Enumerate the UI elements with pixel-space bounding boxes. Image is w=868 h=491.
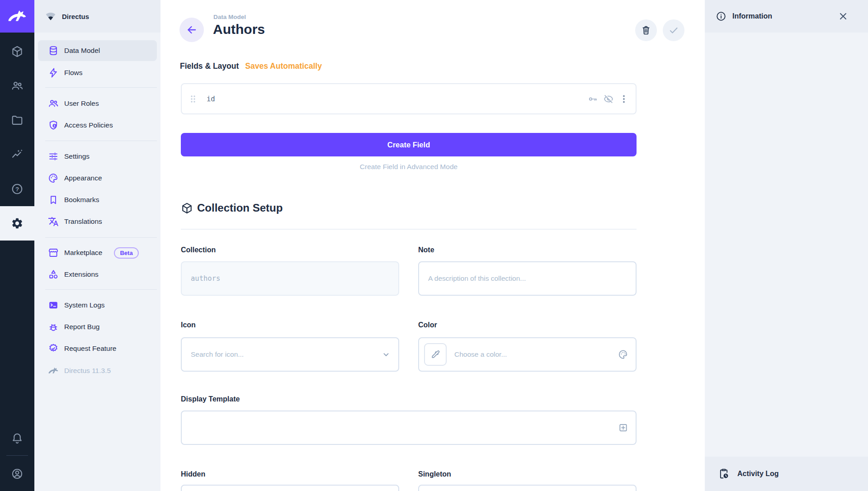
singleton-input[interactable]: [418, 485, 637, 491]
activity-log-icon: [718, 468, 730, 480]
shield-person-icon: [48, 120, 59, 131]
kebab-menu-icon[interactable]: [619, 94, 628, 104]
app-version-label: Directus 11.3.5: [64, 367, 111, 375]
sidebar-item-translations[interactable]: Translations: [38, 211, 157, 232]
info-panel-title: Information: [732, 12, 772, 20]
sidebar-item-flows[interactable]: Flows: [38, 62, 157, 83]
fields-layout-label: Fields & Layout: [180, 61, 239, 71]
sliders-icon: [48, 151, 59, 162]
profile-button[interactable]: [0, 456, 34, 491]
collection-label: Collection: [181, 246, 216, 254]
create-field-advanced-link[interactable]: Create Field in Advanced Mode: [181, 163, 637, 171]
check-icon: [668, 25, 679, 36]
collection-setup-heading: Collection Setup: [181, 202, 283, 214]
sidebar-item-version: Directus 11.3.5: [38, 360, 157, 381]
sidebar-item-access-policies[interactable]: Access Policies: [38, 115, 157, 136]
database-icon: [48, 45, 59, 56]
sidebar-item-system-logs[interactable]: System Logs: [38, 295, 157, 316]
sidebar-item-settings[interactable]: Settings: [38, 146, 157, 167]
palette-icon: [48, 173, 59, 184]
module-bar: ?: [0, 0, 34, 491]
note-label: Note: [418, 246, 434, 254]
drag-handle-icon[interactable]: [189, 94, 197, 104]
svg-text:?: ?: [15, 186, 19, 193]
sidebar-item-label: Translations: [64, 217, 102, 226]
color-swatch-button[interactable]: [424, 343, 447, 366]
sidebar-item-bookmarks[interactable]: Bookmarks: [38, 189, 157, 210]
feature-seal-icon: [48, 343, 59, 354]
color-input[interactable]: [418, 337, 637, 372]
eye-off-icon: [604, 94, 613, 104]
field-row-id[interactable]: id: [181, 83, 637, 114]
project-name: Directus: [62, 13, 89, 20]
sidebar: Directus Data Model Flows User Roles: [34, 0, 160, 491]
directus-app: ? Directus: [0, 0, 868, 491]
beta-badge: Beta: [114, 247, 138, 259]
module-files[interactable]: [0, 103, 34, 137]
hidden-label: Hidden: [181, 470, 205, 478]
module-content[interactable]: [0, 34, 34, 69]
breadcrumb[interactable]: Data Model: [213, 14, 246, 20]
storefront-icon: [48, 247, 59, 258]
sidebar-item-label: User Roles: [64, 99, 99, 108]
icon-search-input[interactable]: [181, 337, 399, 372]
delete-collection-button[interactable]: [635, 19, 657, 41]
folder-icon: [11, 114, 24, 127]
save-button[interactable]: [663, 19, 684, 41]
sidebar-item-data-model[interactable]: Data Model: [38, 40, 157, 61]
color-label: Color: [418, 321, 437, 329]
chevron-down-icon[interactable]: [381, 349, 391, 359]
collection-setup-title: Collection Setup: [197, 202, 283, 214]
module-settings[interactable]: [0, 206, 34, 241]
display-template-label: Display Template: [181, 395, 240, 403]
module-docs[interactable]: ?: [0, 172, 34, 206]
directus-logo-button[interactable]: [0, 0, 34, 33]
add-field-box-icon[interactable]: [618, 423, 628, 433]
sidebar-item-label: Data Model: [64, 47, 100, 55]
sidebar-item-report-bug[interactable]: Report Bug: [38, 316, 157, 337]
shapes-icon: [48, 269, 59, 280]
sidebar-item-marketplace[interactable]: Marketplace Beta: [38, 242, 157, 263]
close-icon[interactable]: [838, 11, 849, 22]
people-icon: [48, 98, 59, 109]
info-icon: [716, 11, 726, 22]
sidebar-item-request-feature[interactable]: Request Feature: [38, 338, 157, 359]
directus-rabbit-icon: [7, 6, 27, 26]
cube-icon: [11, 45, 24, 58]
fields-layout-heading: Fields & Layout Saves Automatically: [180, 61, 322, 71]
module-insights[interactable]: [0, 137, 34, 172]
notifications-button[interactable]: [0, 421, 34, 456]
sidebar-item-user-roles[interactable]: User Roles: [38, 93, 157, 114]
note-input[interactable]: [418, 261, 637, 296]
project-header[interactable]: Directus: [34, 0, 160, 33]
hidden-input[interactable]: [181, 485, 399, 491]
connection-wifi-icon: [45, 10, 57, 22]
terminal-icon: [48, 300, 59, 311]
sidebar-item-appearance[interactable]: Appearance: [38, 168, 157, 189]
page-title: Authors: [213, 22, 265, 37]
sidebar-item-label: Marketplace: [64, 249, 102, 257]
sidebar-item-label: Request Feature: [64, 345, 116, 353]
icon-label: Icon: [181, 321, 196, 329]
sidebar-divider: [45, 237, 157, 238]
trash-icon: [641, 25, 651, 36]
arrow-left-icon: [186, 24, 198, 36]
create-field-button[interactable]: Create Field: [181, 133, 637, 156]
insights-icon: [11, 148, 24, 161]
sidebar-item-label: Bookmarks: [64, 196, 99, 204]
help-icon: ?: [11, 183, 24, 195]
back-button[interactable]: [179, 18, 204, 42]
sidebar-item-label: Flows: [64, 69, 82, 77]
palette-icon[interactable]: [618, 349, 628, 360]
gear-icon: [11, 217, 24, 230]
bug-icon: [48, 321, 59, 332]
display-template-input[interactable]: [181, 411, 637, 445]
cube-icon: [181, 202, 193, 214]
autosave-note: Saves Automatically: [245, 61, 322, 71]
module-users[interactable]: [0, 69, 34, 103]
activity-log-button[interactable]: Activity Log: [705, 457, 868, 491]
collection-input: [181, 261, 399, 296]
display-template-field: [181, 411, 637, 445]
sidebar-item-extensions[interactable]: Extensions: [38, 264, 157, 285]
primary-key-icon: [588, 94, 598, 104]
